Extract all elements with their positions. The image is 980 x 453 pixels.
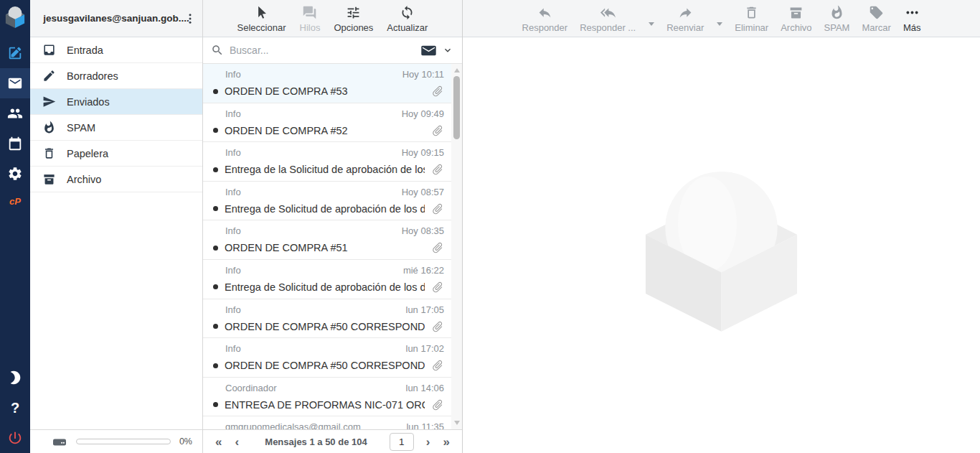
scrollbar-up-arrow-icon[interactable] (454, 68, 460, 73)
scrollbar-thumb[interactable] (453, 76, 460, 139)
unread-dot-icon (213, 402, 218, 407)
refresh-button[interactable]: Actualizar (387, 5, 428, 37)
delete-button[interactable]: Eliminar (735, 5, 768, 37)
kebab-menu-icon (184, 11, 197, 26)
message-sender: gmgrupomedicalsas@gmail.com (225, 421, 361, 429)
envelope-icon (7, 75, 23, 91)
list-scrollbar[interactable] (451, 64, 462, 429)
search-input[interactable] (230, 45, 415, 56)
chevron-down-icon (442, 45, 453, 56)
folder-item-papelera[interactable]: Papelera (30, 141, 202, 167)
attachment-paperclip-icon (428, 317, 446, 335)
folder-item-borradores[interactable]: Borradores (30, 63, 202, 89)
dropdown-caret-icon[interactable] (717, 22, 722, 26)
message-sender: Info (225, 108, 241, 119)
message-time: Hoy 08:35 (402, 225, 444, 236)
delete-label: Eliminar (735, 22, 768, 33)
reply-all-icon (600, 5, 616, 20)
threads-button[interactable]: Hilos (300, 5, 321, 37)
message-list-panel: Seleccionar Hilos Opciones Actualizar In… (203, 0, 463, 453)
attachment-paperclip-icon (428, 278, 446, 296)
message-list-item[interactable]: InfoHoy 09:49 ORDEN DE COMPRA #52 (203, 103, 451, 143)
mail-tab-button[interactable] (0, 68, 30, 98)
message-list-item[interactable]: InfoHoy 09:15 Entrega de la Solicitud de… (203, 142, 451, 182)
search-options-button[interactable] (442, 45, 453, 56)
first-page-button[interactable]: « (212, 436, 225, 448)
folder-item-entrada[interactable]: Entrada (30, 37, 202, 63)
message-subject: Entrega de Solicitud de aprobación de lo… (225, 203, 425, 215)
pagination-info: Mensajes 1 a 50 de 104 (248, 436, 384, 447)
attachment-paperclip-icon (428, 200, 446, 218)
message-list-item[interactable]: InfoHoy 08:57 Entrega de Solicitud de ap… (203, 182, 451, 221)
snappymail-logo-icon (4, 5, 26, 29)
message-subject: ENTREGA DE PROFORMAS NIC-071 ORGAN... (225, 399, 425, 411)
options-button[interactable]: Opciones (334, 5, 373, 37)
dropdown-caret-icon[interactable] (649, 22, 654, 26)
more-label: Más (903, 22, 921, 33)
search-bar (203, 37, 462, 64)
select-button[interactable]: Seleccionar (237, 5, 286, 37)
calendar-button[interactable] (0, 129, 30, 159)
message-list-item[interactable]: gmgrupomedicalsas@gmail.comlun 11:35 (203, 416, 451, 429)
forward-button[interactable]: Reenviar (666, 5, 704, 37)
archive-icon (788, 5, 804, 20)
flame-icon (42, 121, 56, 134)
account-email: jesusgavilanes@sanjuan.gob.... (43, 13, 189, 24)
message-list-item[interactable]: Infolun 17:02 ORDEN DE COMPRA #50 CORRES… (203, 338, 451, 378)
message-subject: ORDEN DE COMPRA #52 (225, 125, 425, 136)
list-toolbar: Seleccionar Hilos Opciones Actualizar (203, 0, 462, 37)
reply-all-label: Responder ... (580, 22, 636, 33)
message-sender: Info (225, 265, 241, 276)
settings-button[interactable] (0, 159, 30, 189)
folder-item-enviados[interactable]: Enviados (30, 89, 202, 115)
gear-icon (7, 166, 23, 182)
message-subject: ORDEN DE COMPRA #53 (225, 85, 425, 97)
last-page-button[interactable]: » (440, 436, 453, 448)
message-list-item[interactable]: InfoHoy 08:35 ORDEN DE COMPRA #51 (203, 220, 451, 260)
account-menu-button[interactable] (184, 11, 197, 26)
reply-all-button[interactable]: Responder ... (580, 5, 636, 37)
dark-mode-button[interactable] (0, 363, 30, 393)
message-time: lun 11:35 (406, 421, 444, 429)
filled-envelope-icon (421, 45, 436, 57)
contacts-button[interactable] (0, 98, 30, 129)
folder-item-spam[interactable]: SPAM (30, 115, 202, 141)
message-list-item[interactable]: InfoHoy 10:11 ORDEN DE COMPRA #53 (203, 64, 451, 103)
more-button[interactable]: Más (903, 5, 921, 37)
people-icon (7, 106, 23, 121)
message-list-item[interactable]: Coordinadorlun 14:06 ENTREGA DE PROFORMA… (203, 378, 451, 417)
message-time: lun 17:02 (406, 343, 445, 354)
archive-button[interactable]: Archivo (781, 5, 811, 37)
logout-button[interactable] (0, 423, 30, 453)
message-time: Hoy 09:15 (402, 147, 444, 158)
mark-label: Marcar (862, 22, 890, 33)
unread-dot-icon (213, 284, 218, 289)
next-page-button[interactable]: › (423, 436, 434, 448)
message-list-item[interactable]: Infolun 17:05 ORDEN DE COMPRA #50 CORRES… (203, 299, 451, 339)
page-number-box[interactable]: 1 (390, 433, 414, 451)
tag-icon (869, 5, 884, 20)
help-button[interactable]: ? (0, 393, 30, 423)
cpanel-button[interactable]: cP (9, 189, 21, 213)
spam-button[interactable]: SPAM (824, 5, 850, 37)
reply-button[interactable]: Responder (522, 5, 568, 37)
power-icon (7, 430, 23, 446)
more-dots-icon (905, 5, 920, 20)
compose-icon (7, 45, 23, 61)
compose-button[interactable] (0, 38, 30, 68)
folder-item-archivo[interactable]: Archivo (30, 167, 202, 192)
mark-button[interactable]: Marcar (862, 5, 890, 37)
watermark-cube-icon (644, 157, 798, 333)
pencil-icon (42, 69, 56, 83)
paper-plane-icon (42, 95, 56, 108)
calendar-icon (7, 136, 23, 151)
scrollbar-down-arrow-icon[interactable] (454, 421, 460, 425)
mark-read-button[interactable] (421, 45, 436, 57)
message-list-item[interactable]: Infomié 16:22 Entrega de Solicitud de ap… (203, 260, 451, 299)
forward-icon (678, 5, 693, 20)
folder-label: Papelera (67, 148, 108, 159)
account-header[interactable]: jesusgavilanes@sanjuan.gob.... (30, 0, 202, 37)
prev-page-button[interactable]: ‹ (231, 436, 242, 448)
quota-percent: 0% (179, 436, 192, 447)
message-sender: Info (225, 304, 241, 315)
